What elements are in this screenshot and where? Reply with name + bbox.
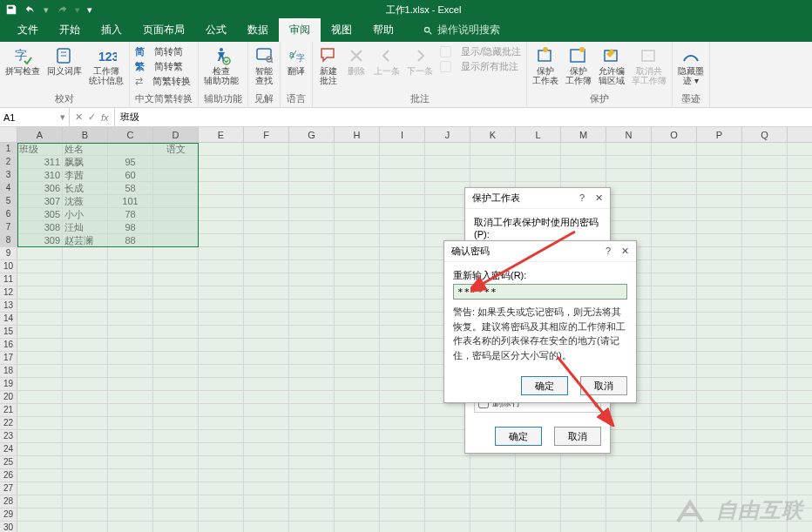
row-header[interactable]: 23 (0, 430, 17, 442)
cell[interactable] (63, 378, 108, 390)
cell[interactable] (606, 404, 652, 416)
cell[interactable] (380, 195, 425, 207)
cell[interactable] (335, 286, 380, 299)
cell[interactable] (63, 326, 108, 338)
cell[interactable] (697, 417, 742, 429)
cell[interactable] (335, 522, 380, 532)
cell[interactable] (244, 469, 289, 481)
column-header[interactable]: G (289, 127, 335, 142)
ok-button[interactable]: 确定 (495, 427, 542, 446)
cell[interactable] (652, 430, 697, 442)
new-comment-button[interactable]: 新建 批注 (318, 45, 339, 85)
row-header[interactable]: 15 (0, 326, 17, 338)
cell[interactable] (153, 169, 199, 181)
cell[interactable] (380, 378, 425, 390)
cell[interactable] (244, 522, 289, 532)
cell[interactable] (244, 260, 289, 273)
cell[interactable] (652, 221, 697, 233)
cell[interactable]: 78 (108, 208, 153, 220)
cell[interactable] (199, 221, 244, 233)
cell[interactable] (335, 404, 380, 416)
tab-layout[interactable]: 页面布局 (132, 18, 195, 42)
cell[interactable] (380, 508, 425, 521)
cell[interactable] (17, 313, 63, 325)
cell[interactable] (652, 313, 697, 325)
cell[interactable] (289, 234, 335, 246)
cell[interactable] (289, 286, 335, 299)
cell[interactable] (380, 326, 425, 338)
cell[interactable] (697, 456, 742, 468)
cell[interactable] (199, 169, 244, 181)
cell[interactable] (289, 339, 335, 351)
cell[interactable] (17, 508, 63, 521)
cell[interactable] (289, 404, 335, 416)
cell[interactable] (153, 456, 199, 468)
cell[interactable] (742, 260, 788, 273)
row-header[interactable]: 20 (0, 391, 17, 403)
column-header[interactable]: D (153, 127, 199, 142)
cell[interactable] (606, 221, 652, 233)
cell[interactable] (108, 443, 153, 455)
cell[interactable] (63, 365, 108, 377)
cell[interactable] (516, 156, 561, 168)
cell[interactable] (244, 221, 289, 233)
cell[interactable] (153, 300, 199, 312)
cell[interactable] (244, 495, 289, 508)
cell[interactable] (470, 156, 516, 168)
cell[interactable] (697, 469, 742, 481)
cell[interactable] (652, 286, 697, 299)
cell[interactable] (199, 286, 244, 299)
cell[interactable] (244, 508, 289, 521)
cell[interactable] (289, 495, 335, 508)
cell[interactable] (742, 482, 788, 495)
cell[interactable] (697, 286, 742, 299)
cell[interactable] (153, 508, 199, 521)
cell[interactable] (697, 195, 742, 207)
row-header[interactable]: 22 (0, 417, 17, 429)
cell[interactable] (606, 456, 652, 468)
cell[interactable] (63, 339, 108, 351)
cell[interactable] (153, 260, 199, 273)
cell[interactable] (742, 430, 788, 442)
cell[interactable]: 98 (108, 221, 153, 233)
cell[interactable] (652, 482, 697, 495)
cell[interactable] (335, 221, 380, 233)
cell[interactable] (153, 326, 199, 338)
cell[interactable] (652, 404, 697, 416)
cell[interactable] (199, 182, 244, 194)
cell[interactable] (697, 443, 742, 455)
cell[interactable] (199, 495, 244, 508)
cell[interactable] (199, 339, 244, 351)
cell[interactable] (335, 313, 380, 325)
cell[interactable] (335, 326, 380, 338)
cell[interactable] (470, 522, 516, 532)
cell[interactable] (199, 326, 244, 338)
save-icon[interactable] (5, 3, 17, 16)
workbook-stats-button[interactable]: 123 工作簿 统计信息 (89, 45, 124, 85)
cell[interactable] (108, 508, 153, 521)
cell[interactable] (606, 195, 652, 207)
column-header[interactable]: K (470, 127, 516, 142)
close-icon[interactable]: ✕ (621, 246, 629, 257)
cell[interactable] (380, 365, 425, 377)
cell[interactable] (425, 508, 470, 521)
translate-button[interactable]: a字 翻译 (286, 45, 307, 76)
cell[interactable]: 308 (17, 221, 63, 233)
undo-icon[interactable] (24, 3, 37, 16)
cell[interactable] (335, 182, 380, 194)
cell[interactable] (516, 469, 561, 481)
row-header[interactable]: 16 (0, 339, 17, 351)
cell[interactable] (244, 365, 289, 377)
cell[interactable] (153, 286, 199, 299)
column-header[interactable]: Q (742, 127, 788, 142)
cell[interactable] (17, 417, 63, 429)
cell[interactable] (244, 300, 289, 312)
cell[interactable]: 307 (17, 195, 63, 207)
cell[interactable] (199, 391, 244, 403)
cell[interactable] (380, 456, 425, 468)
cell[interactable] (153, 273, 199, 286)
column-header[interactable]: O (652, 127, 697, 142)
cell[interactable] (742, 456, 788, 468)
cell[interactable] (199, 143, 244, 155)
cell[interactable] (742, 404, 788, 416)
